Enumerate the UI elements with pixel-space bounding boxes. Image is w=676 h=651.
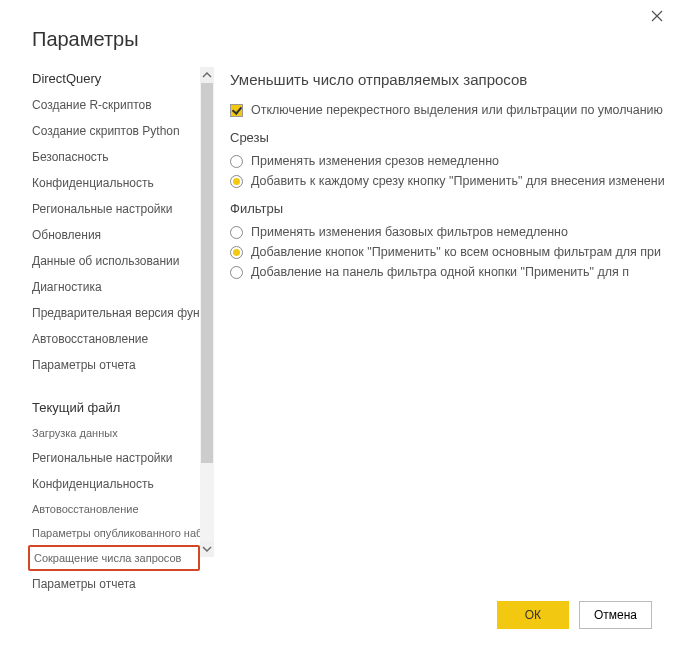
option-disable-crossfilter[interactable]: Отключение перекрестного выделения или ф… bbox=[230, 100, 676, 120]
sidebar-item-regional[interactable]: Региональные настройки bbox=[32, 196, 200, 222]
sidebar-item-python-scripting[interactable]: Создание скриптов Python bbox=[32, 118, 200, 144]
filters-header: Фильтры bbox=[230, 201, 676, 216]
option-label: Добавить к каждому срезу кнопку "Примени… bbox=[251, 174, 665, 188]
scroll-track[interactable] bbox=[200, 83, 214, 541]
sidebar-item-report-settings-file[interactable]: Параметры отчета bbox=[32, 571, 200, 597]
sidebar-item-updates[interactable]: Обновления bbox=[32, 222, 200, 248]
sidebar-item-data-load[interactable]: Загрузка данных bbox=[32, 421, 200, 445]
sidebar-item-r-scripting[interactable]: Создание R-скриптов bbox=[32, 92, 200, 118]
scroll-thumb[interactable] bbox=[201, 83, 213, 463]
scroll-up-button[interactable] bbox=[200, 67, 214, 83]
checkbox-checked-icon[interactable] bbox=[230, 104, 243, 117]
sidebar-item-auto-recovery[interactable]: Автовосстановление bbox=[32, 326, 200, 352]
sidebar-item-preview-features[interactable]: Предварительная версия функций bbox=[32, 300, 200, 326]
options-dialog: Параметры DirectQuery Создание R-скрипто… bbox=[0, 0, 676, 651]
content-pane: Уменьшить число отправляемых запросов От… bbox=[200, 67, 676, 577]
sidebar-item-diagnostics[interactable]: Диагностика bbox=[32, 274, 200, 300]
radio-unchecked-icon[interactable] bbox=[230, 155, 243, 168]
sidebar-item-auto-recovery-file[interactable]: Автовосстановление bbox=[32, 497, 200, 521]
chevron-down-icon bbox=[202, 540, 212, 558]
sidebar-item-report-settings[interactable]: Параметры отчета bbox=[32, 352, 200, 378]
slicer-option-apply-button[interactable]: Добавить к каждому срезу кнопку "Примени… bbox=[230, 171, 676, 191]
slicers-header: Срезы bbox=[230, 130, 676, 145]
dialog-title: Параметры bbox=[0, 0, 676, 67]
radio-checked-icon[interactable] bbox=[230, 175, 243, 188]
close-button[interactable] bbox=[650, 8, 664, 26]
slicer-option-instant[interactable]: Применять изменения срезов немедленно bbox=[230, 151, 676, 171]
sidebar-item-query-reduction[interactable]: Сокращение числа запросов bbox=[28, 545, 200, 571]
ok-button[interactable]: ОК bbox=[497, 601, 569, 629]
sidebar-item-security[interactable]: Безопасность bbox=[32, 144, 200, 170]
sidebar-item-privacy[interactable]: Конфиденциальность bbox=[32, 170, 200, 196]
section-title: Уменьшить число отправляемых запросов bbox=[230, 71, 676, 88]
filter-option-single-apply[interactable]: Добавление на панель фильтра одной кнопк… bbox=[230, 262, 676, 282]
radio-unchecked-icon[interactable] bbox=[230, 266, 243, 279]
option-label: Применять изменения базовых фильтров нем… bbox=[251, 225, 568, 239]
filter-option-instant[interactable]: Применять изменения базовых фильтров нем… bbox=[230, 222, 676, 242]
radio-checked-icon[interactable] bbox=[230, 246, 243, 259]
option-label: Применять изменения срезов немедленно bbox=[251, 154, 499, 168]
dialog-footer: ОК Отмена bbox=[497, 601, 652, 629]
sidebar-item-regional-file[interactable]: Региональные настройки bbox=[32, 445, 200, 471]
sidebar: DirectQuery Создание R-скриптов Создание… bbox=[32, 67, 200, 577]
close-icon bbox=[650, 7, 664, 27]
sidebar-scrollbar[interactable] bbox=[200, 67, 214, 557]
filter-option-apply-all[interactable]: Добавление кнопок "Применить" ко всем ос… bbox=[230, 242, 676, 262]
chevron-up-icon bbox=[202, 66, 212, 84]
radio-unchecked-icon[interactable] bbox=[230, 226, 243, 239]
option-label: Отключение перекрестного выделения или ф… bbox=[251, 103, 663, 117]
sidebar-group-directquery[interactable]: DirectQuery bbox=[32, 67, 200, 92]
sidebar-item-published-dataset[interactable]: Параметры опубликованного набора данных bbox=[32, 521, 200, 545]
cancel-button[interactable]: Отмена bbox=[579, 601, 652, 629]
sidebar-item-privacy-file[interactable]: Конфиденциальность bbox=[32, 471, 200, 497]
sidebar-group-current-file: Текущий файл bbox=[32, 396, 200, 421]
option-label: Добавление на панель фильтра одной кнопк… bbox=[251, 265, 629, 279]
option-label: Добавление кнопок "Применить" ко всем ос… bbox=[251, 245, 661, 259]
sidebar-item-usage-data[interactable]: Данные об использовании bbox=[32, 248, 200, 274]
scroll-down-button[interactable] bbox=[200, 541, 214, 557]
